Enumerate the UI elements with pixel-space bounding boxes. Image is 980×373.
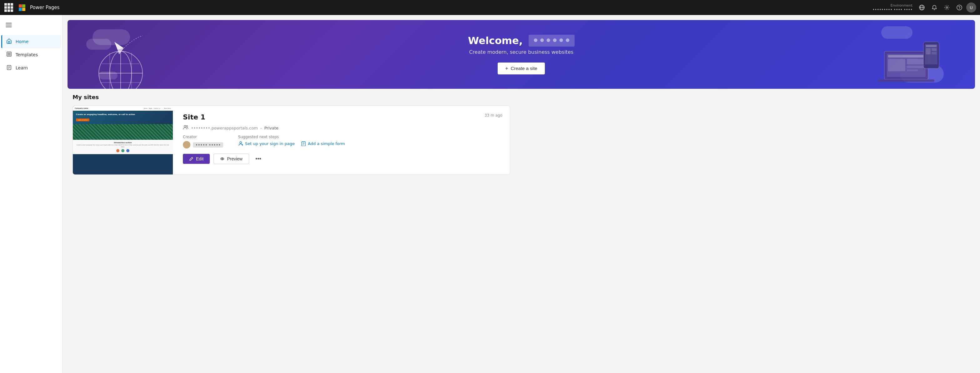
my-sites-section: My sites Company name Home Pages Contact… — [62, 94, 980, 182]
svg-rect-37 — [926, 48, 931, 54]
svg-point-4 — [957, 5, 962, 10]
sidebar-toggle[interactable] — [3, 19, 15, 31]
microsoft-logo — [19, 5, 25, 11]
notification-bell-btn[interactable] — [929, 2, 940, 13]
next-steps-label: Suggested next steps — [238, 135, 345, 139]
site-timestamp: 33 m ago — [485, 113, 502, 118]
create-site-button[interactable]: + Create a site — [498, 62, 544, 75]
creator-avatar — [183, 141, 190, 148]
page-layout: Home Templates Learn — [0, 0, 980, 373]
creator-row: ••••• ••••• — [183, 141, 223, 148]
svg-rect-34 — [923, 42, 939, 69]
sidebar-nav: Home Templates Learn — [0, 32, 62, 77]
home-icon — [6, 38, 12, 45]
next-step-signin[interactable]: Set up your sign in page — [238, 141, 295, 146]
svg-point-16 — [99, 51, 143, 89]
pencil-icon — [189, 157, 194, 161]
svg-rect-31 — [907, 66, 924, 68]
learn-icon — [6, 64, 12, 71]
svg-rect-29 — [888, 59, 905, 71]
svg-rect-28 — [888, 55, 924, 57]
svg-point-41 — [186, 126, 188, 127]
help-question-btn[interactable] — [954, 2, 965, 13]
sidebar-item-label: Home — [16, 39, 29, 44]
users-icon — [183, 125, 188, 131]
svg-rect-10 — [8, 54, 9, 55]
hero-globe-icon — [92, 32, 149, 89]
site-name: Site 1 — [183, 113, 500, 121]
site-thumbnail: Company name Home Pages Contact us ... M… — [73, 106, 173, 174]
cloud-2 — [86, 39, 111, 50]
sidebar-item-learn[interactable]: Learn — [1, 61, 61, 75]
sidebar-item-templates[interactable]: Templates — [1, 48, 61, 61]
svg-point-17 — [110, 51, 132, 89]
cloud-3 — [881, 26, 913, 39]
svg-rect-11 — [10, 54, 10, 55]
svg-rect-26 — [885, 51, 928, 80]
svg-rect-6 — [8, 41, 10, 43]
site-actions: Edit Preview ••• — [183, 153, 500, 164]
svg-rect-38 — [932, 48, 937, 51]
environment-icon-btn[interactable] — [916, 2, 928, 13]
svg-point-3 — [946, 7, 948, 8]
sidebar-item-label: Learn — [16, 65, 28, 70]
hero-content: Welcome, •••••• Create modern, secure bu… — [468, 35, 574, 75]
preview-button[interactable]: Preview — [213, 153, 249, 164]
waffle-icon — [5, 3, 13, 12]
svg-rect-32 — [907, 69, 918, 71]
templates-icon — [6, 51, 12, 58]
svg-rect-9 — [10, 53, 10, 54]
cloud-5 — [99, 72, 118, 80]
my-sites-title: My sites — [73, 94, 970, 100]
svg-point-50 — [221, 158, 224, 160]
svg-marker-25 — [118, 48, 124, 54]
hero-devices-icon — [875, 26, 944, 89]
svg-rect-33 — [878, 80, 934, 82]
creator-name: ••••• ••••• — [193, 142, 223, 148]
hero-banner: Welcome, •••••• Create modern, secure bu… — [67, 20, 975, 89]
app-name: Power Pages — [30, 5, 59, 10]
sidebar-item-home[interactable]: Home — [1, 35, 61, 48]
next-steps-group: Suggested next steps Set up your sign in… — [238, 135, 345, 148]
site-info: 33 m ago Site 1 ••••••••.powerappsportal… — [173, 106, 510, 174]
creator-group: Creator ••••• ••••• — [183, 135, 223, 148]
main-content: Welcome, •••••• Create modern, secure bu… — [62, 15, 980, 373]
mini-site-preview: Company name Home Pages Contact us ... M… — [73, 106, 173, 174]
topbar: Power Pages Environment ••••••••• •••• •… — [0, 0, 980, 15]
site-url-text: ••••••••.powerappsportals.com — [191, 126, 258, 131]
cloud-4 — [900, 65, 944, 83]
svg-rect-35 — [925, 44, 937, 64]
svg-point-42 — [240, 142, 242, 143]
hero-subtitle: Create modern, secure business websites — [468, 49, 574, 55]
svg-point-51 — [222, 158, 223, 159]
svg-rect-30 — [907, 59, 924, 64]
site-meta: Creator ••••• ••••• Suggested next steps — [183, 135, 500, 148]
menu-icon — [6, 23, 11, 27]
user-avatar[interactable]: U — [966, 3, 976, 13]
sidebar-item-label: Templates — [16, 52, 38, 57]
svg-marker-24 — [115, 42, 124, 50]
svg-rect-39 — [932, 52, 937, 54]
more-options-button[interactable]: ••• — [253, 155, 264, 164]
svg-rect-27 — [887, 54, 926, 77]
cloud-1 — [92, 29, 130, 45]
svg-point-5 — [959, 9, 960, 10]
edit-button[interactable]: Edit — [183, 154, 210, 164]
waffle-button[interactable] — [4, 3, 14, 13]
plus-icon: + — [505, 66, 508, 71]
topbar-icons: U — [916, 2, 976, 13]
svg-point-40 — [184, 125, 186, 127]
hero-welcome: Welcome, •••••• — [468, 35, 574, 46]
creator-label: Creator — [183, 135, 223, 139]
svg-rect-36 — [926, 45, 937, 47]
environment-selector[interactable]: Environment ••••••••• •••• •••• — [872, 3, 913, 12]
next-step-form[interactable]: Add a simple form — [301, 141, 345, 146]
eye-icon — [220, 157, 224, 161]
site-url-row: ••••••••.powerappsportals.com - Private — [183, 125, 500, 131]
svg-rect-7 — [7, 52, 11, 56]
settings-gear-btn[interactable] — [941, 2, 953, 13]
site-visibility: Private — [264, 126, 278, 131]
next-steps: Set up your sign in page Add a simple fo… — [238, 141, 345, 146]
svg-rect-8 — [8, 53, 9, 54]
sidebar: Home Templates Learn — [0, 15, 62, 373]
